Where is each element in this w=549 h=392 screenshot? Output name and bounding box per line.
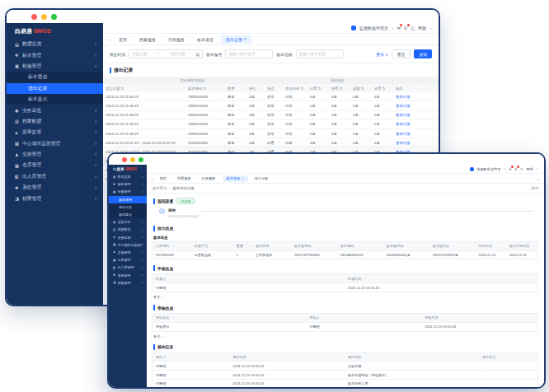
sidebar-item[interactable]: ▩ 中心城市运营管理 ∨ (7, 138, 103, 149)
sidebar-item[interactable]: ◨ 权限管理 ∨ (109, 279, 147, 287)
sidebar-item-label: 业务审批 (22, 107, 95, 114)
sidebar-item[interactable]: ▦ 仓库管理 ∨ (109, 256, 147, 264)
timeline-line (201, 211, 533, 212)
logo-text-cn: 白易居 (113, 167, 124, 171)
more-filters-link[interactable]: 更多 ∨ (376, 52, 387, 57)
close-button[interactable] (122, 157, 127, 162)
tab[interactable]: 首页 (156, 175, 171, 182)
user-name[interactable]: 监测数据管理员 (359, 26, 388, 30)
minimize-button[interactable] (41, 14, 47, 20)
sidebar-item[interactable]: ▣ 检验管理 ∧ (7, 61, 103, 72)
sidebar-item[interactable]: ✱ 系统管理 ∨ (7, 182, 103, 193)
column-header[interactable]: 是否归还 ⇅ (283, 84, 307, 92)
tab[interactable]: 首页 (114, 35, 132, 44)
table-group-header: 借出单相关信息 (103, 77, 283, 84)
sidebar-item[interactable]: 借出记录 (7, 83, 103, 94)
column-header[interactable]: 未退 ⇅ (372, 84, 393, 92)
column-header[interactable]: 已退 ⇅ (307, 84, 329, 92)
help-label[interactable]: 帮助 (527, 167, 533, 171)
column-header[interactable]: 超期 ⇅ (350, 84, 372, 92)
search-button[interactable]: 查询 (414, 49, 432, 58)
sidebar-item-label: 交接管理 (22, 151, 95, 158)
sidebar-item[interactable]: ◧ 出入库管理 ∨ (109, 264, 147, 271)
minimize-button[interactable] (130, 157, 135, 162)
tabs-forward-arrow[interactable]: › (537, 176, 539, 181)
column-header: 操作描述 (345, 353, 480, 362)
tab[interactable]: 标本退借 (192, 35, 218, 44)
table-cell: 1905CRP560805 (292, 251, 338, 259)
sidebar-item-label: 标本管理 (118, 182, 142, 186)
sidebar-item[interactable]: ♟ 交接管理 ∨ (109, 249, 147, 256)
back-link[interactable]: 返回 (531, 186, 538, 190)
table-cell: 2024-12-23 (507, 251, 537, 259)
sidebar-item[interactable]: ▣ 检验管理 ∧ (109, 188, 147, 195)
chevron-icon: ∨ (95, 185, 97, 189)
sidebar-item[interactable]: ♟ 交接管理 ∨ (7, 149, 103, 160)
reset-button[interactable]: 重置 (392, 49, 411, 58)
sidebar-item[interactable]: ◧ 出入库管理 ∨ (7, 171, 103, 182)
column-header[interactable]: 发起日期 ⇅ (103, 84, 185, 92)
topbar: 监测数据管理员 ∨ ✉ ✆ ⓘ 帮助 ∨ (147, 165, 544, 174)
table-cell: 4支 (307, 138, 329, 147)
date-range-input[interactable]: 开始日期 ~ 结束日期 ▦ (129, 49, 203, 58)
sidebar-item[interactable]: ▥ 档案数据 ∨ (109, 226, 147, 233)
breadcrumb-parent[interactable]: 标本退借 (152, 186, 167, 190)
tab-close-icon[interactable]: × (242, 177, 243, 180)
sidebar-item[interactable]: ▤ 数据总览 ∨ (7, 39, 103, 49)
sidebar-item[interactable]: ✱ 系统管理 ∨ (109, 271, 147, 278)
tabs-back-arrow[interactable]: ‹ (152, 176, 153, 181)
tab[interactable]: 行政服务 (163, 35, 190, 44)
maximize-button[interactable] (51, 14, 57, 20)
table-row: 张晓明2024-12-23 16:05:43 (153, 283, 537, 292)
view-detail-link[interactable]: 查看详情 (393, 138, 421, 147)
sidebar-item[interactable]: ▥ 档案数据 ∨ (7, 116, 103, 127)
sidebar-item[interactable]: ◈ 质量监管 ∨ (7, 127, 103, 138)
message-icon[interactable]: ✉ (397, 26, 401, 30)
message-icon[interactable]: ✉ (509, 167, 512, 171)
tabs-back-arrow[interactable]: ‹ (109, 37, 110, 42)
tab[interactable]: 借出记录 × (221, 35, 251, 44)
sidebar-item[interactable]: ◉ 业务审批 ∨ (7, 105, 103, 115)
sidebar-item[interactable]: ◨ 权限管理 ∨ (7, 193, 103, 203)
help-icon[interactable]: ⓘ (520, 167, 523, 171)
sidebar-item[interactable]: ✚ 标本管理 ∨ (7, 49, 103, 60)
sidebar-item[interactable]: ▦ 仓库管理 ∨ (7, 160, 103, 170)
sidebar-item[interactable]: ✚ 标本管理 ∨ (109, 180, 147, 188)
view-detail-link[interactable]: 查看详情 (393, 120, 421, 128)
column-header[interactable]: 标本编码 ⇅ (185, 84, 225, 92)
sidebar-item[interactable]: ◉ 业务审批 ∨ (109, 218, 147, 226)
notification-badge (511, 166, 514, 168)
sidebar-item[interactable]: ▩ 中心城市运营管理 ∨ (109, 241, 147, 249)
specimen-name-input[interactable]: 请输入标本名称 (296, 49, 344, 58)
help-icon[interactable]: ⓘ (411, 26, 415, 30)
tab[interactable]: 行政服务 (198, 175, 220, 182)
calendar-icon[interactable]: ▦ (195, 52, 199, 57)
sidebar-item[interactable]: ◈ 质量监管 ∨ (109, 234, 147, 241)
tab[interactable]: 档案服务 (173, 175, 195, 182)
tab[interactable]: 档案服务 (134, 35, 161, 44)
tab-close-icon[interactable]: × (244, 37, 246, 41)
view-detail-link[interactable]: 查看详情 (393, 92, 421, 100)
sidebar-item[interactable]: ▤ 数据总览 ∨ (109, 173, 147, 180)
maximize-button[interactable] (138, 157, 143, 162)
sidebar-item[interactable]: 标本退借 (109, 196, 147, 203)
tab[interactable]: 标本退借 × (223, 175, 248, 182)
sidebar-item[interactable]: 标本盘点 (7, 94, 103, 105)
close-button[interactable] (31, 14, 37, 20)
notification-icon[interactable]: ✆ (514, 167, 518, 171)
view-detail-link[interactable]: 查看详情 (393, 129, 421, 138)
menu-icon: ✱ (15, 185, 22, 190)
view-detail-link[interactable]: 查看详情 (393, 111, 421, 119)
sidebar-item[interactable]: 借出记录 (109, 203, 147, 211)
view-detail-link[interactable]: 查看详情 (393, 101, 421, 110)
sidebar-item[interactable]: 标本退借 (7, 72, 103, 82)
column-header[interactable]: 待退 ⇅ (329, 84, 350, 92)
tab[interactable]: 借出记录 (251, 175, 273, 182)
notification-icon[interactable]: ✆ (404, 26, 407, 30)
specimen-code-input[interactable]: 请输入标本编号 (225, 49, 273, 58)
user-name[interactable]: 监测数据管理员 (476, 167, 500, 171)
sidebar-item[interactable]: 标本盘点 (109, 211, 147, 218)
sidebar-item-label: 出入库管理 (22, 173, 95, 180)
help-label[interactable]: 帮助 (418, 26, 426, 30)
table-cell: 0支 (350, 92, 372, 100)
